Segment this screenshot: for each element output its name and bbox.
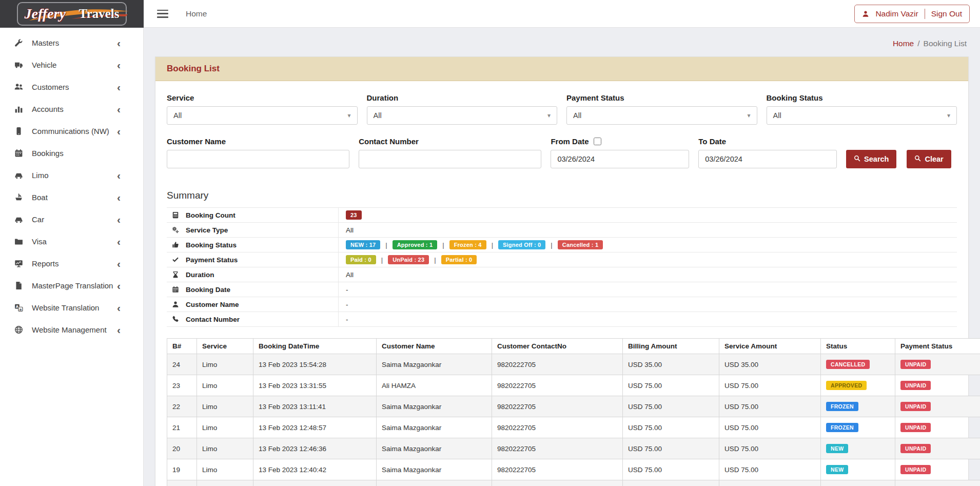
duration-filter: Duration All ▾ xyxy=(367,93,558,125)
breadcrumb-home-link[interactable]: Home xyxy=(893,39,914,48)
brand-logo[interactable]: Jeffery Travels xyxy=(0,0,144,28)
from-date-input[interactable] xyxy=(551,150,689,168)
payment-status-badge: UNPAID xyxy=(900,423,931,432)
to-date-label: To Date xyxy=(698,137,837,146)
users-icon xyxy=(14,83,25,91)
sidebar-item-website-management[interactable]: Website Management‹ xyxy=(0,319,143,341)
check-icon xyxy=(172,256,180,263)
summary-label: Duration xyxy=(167,267,339,282)
phone-icon xyxy=(172,316,180,323)
sidebar-item-visa[interactable]: Visa‹ xyxy=(0,230,143,252)
service-select[interactable]: All ▾ xyxy=(167,106,358,125)
service: Limo xyxy=(197,417,253,438)
booking-id: 21 xyxy=(167,417,197,438)
service-label: Service xyxy=(167,93,358,102)
chevron-left-icon: ‹ xyxy=(117,170,121,181)
clear-button-label: Clear xyxy=(925,155,943,163)
summary-label: Booking Count xyxy=(167,208,339,222)
chevron-left-icon: ‹ xyxy=(117,280,121,291)
service: Limo xyxy=(197,480,253,486)
chevron-down-icon: ▾ xyxy=(747,112,750,119)
from-date-checkbox[interactable] xyxy=(594,138,601,145)
summary-label: Service Type xyxy=(167,223,339,237)
table-body: 24Limo13 Feb 2023 15:54:28Saima Mazgaonk… xyxy=(167,354,980,486)
duration-select[interactable]: All ▾ xyxy=(367,106,558,125)
duration-label: Duration xyxy=(367,93,558,102)
summary-title: Summary xyxy=(167,190,957,201)
menu-toggle-icon[interactable] xyxy=(157,10,168,18)
customer-name-input[interactable] xyxy=(167,150,349,168)
sidebar-item-reports[interactable]: Reports‹ xyxy=(0,252,143,275)
thumbs-up-icon xyxy=(172,241,180,248)
payment-status-select[interactable]: All ▾ xyxy=(566,106,757,125)
globe-icon xyxy=(14,325,25,334)
badge-separator: | xyxy=(442,241,444,249)
person-icon xyxy=(172,301,180,308)
sidebar-item-bookings[interactable]: Bookings xyxy=(0,142,143,164)
summary-label: Booking Date xyxy=(167,282,339,297)
column-header-customer-contactno: Customer ContactNo xyxy=(492,339,623,354)
sidebar-item-vehicle[interactable]: Vehicle‹ xyxy=(0,54,143,76)
summary-label: Customer Name xyxy=(167,297,339,312)
customer-contact: 9820222705 xyxy=(492,417,623,438)
truck-icon xyxy=(14,61,25,69)
sidebar-item-website-translation[interactable]: AaWebsite Translation‹ xyxy=(0,297,143,319)
booking-status-select[interactable]: All ▾ xyxy=(767,106,957,125)
sidebar-item-label: Boat xyxy=(32,193,48,202)
chevron-left-icon: ‹ xyxy=(117,126,121,137)
sidebar-item-accounts[interactable]: Accounts‹ xyxy=(0,98,143,120)
customer-name-label: Customer Name xyxy=(167,137,349,146)
customer-name: Saima Mazgaonkar xyxy=(377,438,492,459)
customer-contact: 9820222705 xyxy=(492,375,623,396)
monitor-icon xyxy=(14,259,25,268)
payment-status-select-value: All xyxy=(573,111,581,120)
user-icon xyxy=(862,10,869,17)
summary-label-text: Payment Status xyxy=(186,256,238,264)
main-content: Home / Booking List Booking List Service… xyxy=(144,0,980,486)
sidebar-item-car[interactable]: Car‹ xyxy=(0,208,143,230)
contact-number-input[interactable] xyxy=(359,150,541,168)
topbar-main: Home Nadim Vazir Sign Out xyxy=(144,0,980,27)
column-header-booking-datetime: Booking DateTime xyxy=(253,339,377,354)
clear-button[interactable]: Clear xyxy=(907,150,951,168)
chevron-down-icon: ▾ xyxy=(947,112,950,119)
customer-name: Saima Mazgaonkar xyxy=(377,417,492,438)
summary-badge: Signed Off : 0 xyxy=(498,240,545,249)
billing-amount: USD 75.00 xyxy=(623,459,719,480)
badge-separator: | xyxy=(551,241,552,249)
chevron-left-icon: ‹ xyxy=(117,302,121,313)
sidebar-item-boat[interactable]: Boat‹ xyxy=(0,186,143,208)
sidebar-item-customers[interactable]: Customers‹ xyxy=(0,76,143,98)
summary-label-text: Booking Count xyxy=(186,211,236,219)
brand-name-left: Jeffery xyxy=(24,6,65,22)
summary-badge: Paid : 0 xyxy=(346,255,376,264)
sidebar-item-limo[interactable]: Limo‹ xyxy=(0,164,143,186)
service-select-value: All xyxy=(173,111,182,120)
service: Limo xyxy=(197,396,253,417)
summary-row-payment-status: Payment StatusPaid : 0|UnPaid : 23|Parti… xyxy=(167,252,957,267)
sign-out-link[interactable]: Sign Out xyxy=(931,9,962,18)
column-header-service-amount: Service Amount xyxy=(719,339,821,354)
from-date-label-text: From Date xyxy=(551,137,589,146)
sidebar-item-masters[interactable]: Masters‹ xyxy=(0,32,143,54)
customer-name: Saima Mazgaonkar xyxy=(377,480,492,486)
column-header-billing-amount: Billing Amount xyxy=(623,339,719,354)
payment-status-badge: UNPAID xyxy=(900,465,931,474)
sidebar-item-masterpage-translation[interactable]: MasterPage Translation‹ xyxy=(0,275,143,297)
car-icon xyxy=(14,215,25,224)
page-title: Booking List xyxy=(155,57,968,81)
car-icon xyxy=(14,171,25,180)
user-name-link[interactable]: Nadim Vazir xyxy=(875,9,918,18)
ship-icon xyxy=(14,193,25,202)
billing-amount: USD 75.00 xyxy=(623,438,719,459)
topbar: Jeffery Travels Home Nadim Vazir Sign Ou… xyxy=(0,0,980,28)
to-date-input[interactable] xyxy=(698,150,837,168)
home-link[interactable]: Home xyxy=(186,9,207,18)
payment-status-filter: Payment Status All ▾ xyxy=(566,93,757,125)
customer-name: Ali HAMZA xyxy=(377,375,492,396)
sidebar-item-label: MasterPage Translation xyxy=(32,281,113,290)
search-button[interactable]: Search xyxy=(846,150,896,168)
sidebar-item-communications-nw[interactable]: Communications (NW)‹ xyxy=(0,120,143,142)
badge-separator: | xyxy=(385,241,387,249)
summary-text: - xyxy=(346,316,348,323)
